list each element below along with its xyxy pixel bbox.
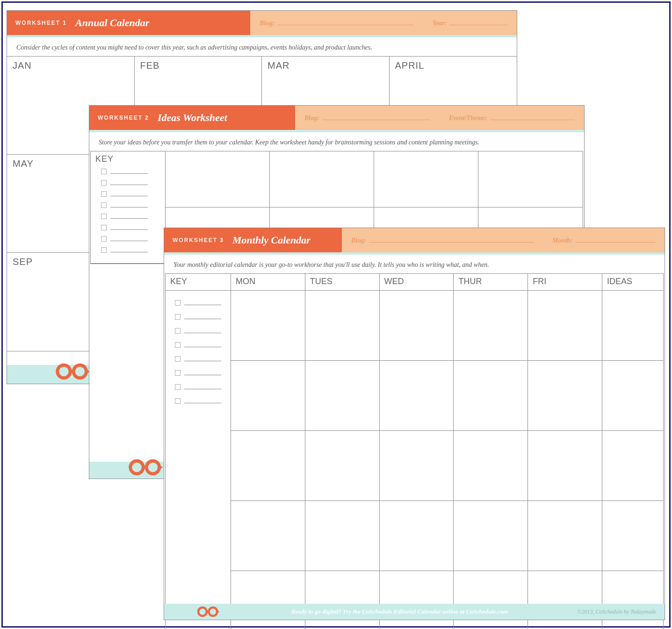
key-item[interactable] [101, 214, 155, 219]
key-item[interactable] [175, 384, 221, 390]
ideas-cell[interactable] [602, 361, 663, 431]
key-item[interactable] [175, 356, 221, 362]
month-input-line [576, 236, 655, 243]
coschedule-logo-icon [54, 361, 94, 382]
coschedule-logo-icon [127, 457, 167, 478]
worksheet-2-blog-field[interactable]: Blog: [304, 114, 430, 122]
checkbox-icon [101, 214, 107, 219]
event-input-line [490, 114, 575, 120]
day-cell[interactable] [305, 571, 380, 629]
checkbox-icon [101, 169, 107, 174]
checkbox-icon [175, 314, 181, 320]
worksheet-2-description: Store your ideas before you transfer the… [89, 132, 584, 151]
key-line [184, 329, 221, 333]
idea-cell[interactable] [478, 151, 583, 207]
key-line [110, 236, 148, 241]
footer-copyright: ©2013, CoSchedule by Todaymade [577, 608, 656, 615]
day-cell[interactable] [231, 291, 305, 361]
day-cell[interactable] [231, 571, 305, 629]
column-header-thur: THUR [454, 274, 528, 291]
key-item[interactable] [101, 169, 155, 174]
key-line [110, 225, 148, 230]
key-item[interactable] [101, 225, 155, 230]
key-item[interactable] [175, 398, 221, 404]
day-cell[interactable] [528, 501, 602, 571]
ideas-key-column: KEY [91, 151, 166, 264]
day-cell[interactable] [454, 291, 528, 361]
column-header-fri: FRI [528, 274, 602, 291]
day-cell[interactable] [528, 571, 602, 629]
key-line [184, 357, 221, 361]
day-cell[interactable] [305, 431, 380, 501]
worksheet-1-header: WORKSHEET 1 Annual Calendar Blog: Year: [7, 11, 517, 35]
idea-cell[interactable] [166, 151, 270, 207]
monthly-calendar-grid: KEY MON TUES WED THUR FRI IDEAS [165, 273, 664, 629]
column-header-wed: WED [380, 274, 454, 291]
worksheet-3-blog-field[interactable]: Blog: [351, 236, 534, 244]
day-cell[interactable] [528, 291, 602, 361]
blog-input-line [369, 236, 534, 243]
ideas-cell[interactable] [602, 291, 663, 361]
worksheet-1-blog-field[interactable]: Blog: [260, 19, 414, 27]
day-cell[interactable] [231, 361, 305, 431]
ideas-cell[interactable] [602, 431, 663, 501]
worksheet-1-header-right: Blog: Year: [250, 11, 517, 35]
key-items-list [95, 164, 160, 257]
day-cell[interactable] [380, 431, 454, 501]
day-cell[interactable] [454, 571, 528, 629]
day-cell[interactable] [380, 571, 454, 629]
worksheet-2-event-field[interactable]: Event/Theme: [449, 114, 575, 122]
key-item[interactable] [175, 370, 221, 376]
day-cell[interactable] [380, 291, 454, 361]
day-cell[interactable] [380, 361, 454, 431]
key-item[interactable] [101, 247, 155, 253]
key-item[interactable] [101, 180, 155, 186]
idea-cell[interactable] [374, 151, 478, 207]
ideas-cell[interactable] [602, 501, 663, 571]
day-cell[interactable] [305, 361, 380, 431]
column-header-key: KEY [166, 274, 231, 291]
day-cell[interactable] [231, 501, 305, 571]
idea-cell[interactable] [270, 151, 374, 207]
day-cell[interactable] [528, 431, 602, 501]
year-input-line [449, 19, 507, 25]
checkbox-icon [175, 398, 181, 404]
monthly-key-column [166, 291, 231, 629]
day-cell[interactable] [454, 361, 528, 431]
day-cell[interactable] [380, 501, 454, 571]
day-cell[interactable] [454, 501, 528, 571]
worksheet-1-description: Consider the cycles of content you might… [7, 37, 517, 56]
key-item[interactable] [101, 236, 155, 242]
worksheet-2-header: WORKSHEET 2 Ideas Worksheet Blog: Event/… [89, 106, 584, 130]
key-item[interactable] [101, 191, 155, 197]
key-line [110, 203, 148, 207]
checkbox-icon [175, 356, 181, 362]
worksheet-1-title: Annual Calendar [75, 17, 149, 29]
key-line [110, 192, 148, 196]
day-cell[interactable] [454, 431, 528, 501]
key-item[interactable] [175, 328, 221, 334]
checkbox-icon [101, 247, 107, 253]
worksheet-2-header-right: Blog: Event/Theme: [295, 106, 584, 130]
key-item[interactable] [101, 202, 155, 208]
checkbox-icon [175, 384, 181, 390]
column-header-ideas: IDEAS [602, 274, 663, 291]
day-cell[interactable] [231, 431, 305, 501]
checkbox-icon [175, 300, 181, 306]
day-cell[interactable] [528, 361, 602, 431]
key-item[interactable] [175, 342, 221, 348]
worksheet-2-label: WORKSHEET 2 [98, 114, 149, 121]
day-cell[interactable] [305, 501, 380, 571]
ideas-cell[interactable] [602, 571, 663, 629]
column-header-mon: MON [231, 274, 305, 291]
blog-input-line [277, 19, 414, 25]
worksheet-3-month-field[interactable]: Month: [552, 236, 655, 244]
worksheet-1-year-field[interactable]: Year: [433, 19, 507, 27]
year-label: Year: [433, 20, 447, 27]
key-item[interactable] [175, 300, 221, 306]
worksheet-3-label: WORKSHEET 3 [173, 237, 224, 243]
key-line [184, 385, 221, 389]
worksheet-2-header-left: WORKSHEET 2 Ideas Worksheet [89, 106, 295, 130]
key-item[interactable] [175, 314, 221, 320]
day-cell[interactable] [305, 291, 380, 361]
